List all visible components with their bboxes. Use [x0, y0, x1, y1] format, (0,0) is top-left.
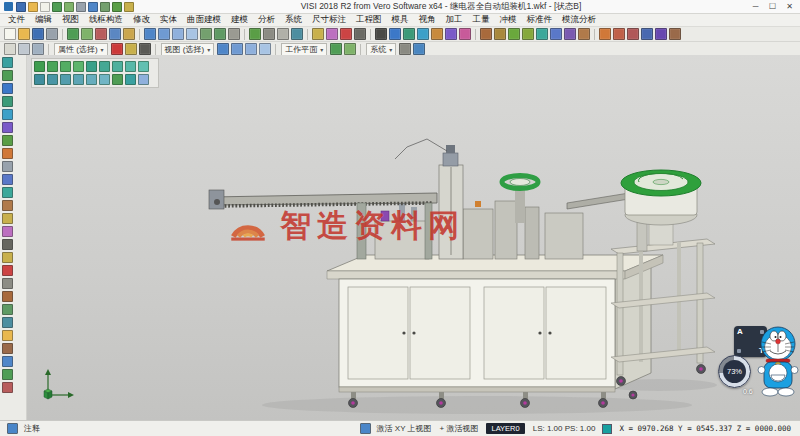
system-dropdown[interactable]: 系统▾ [366, 43, 396, 56]
iso-view-icon[interactable] [217, 43, 229, 55]
pen-style-icon[interactable] [139, 43, 151, 55]
menu-item[interactable]: 建模 [226, 14, 253, 26]
new-file-icon[interactable] [4, 28, 16, 40]
quick-open-icon[interactable] [28, 2, 38, 12]
rotate-view-icon[interactable] [214, 28, 226, 40]
plane-3pt-icon[interactable] [73, 74, 84, 85]
menu-item[interactable]: 视图 [57, 14, 84, 26]
menu-item[interactable]: 冲模 [495, 14, 522, 26]
circle-tool-icon[interactable] [2, 109, 13, 120]
mesh-tool-icon[interactable] [2, 161, 13, 172]
select-tool-icon[interactable] [2, 57, 13, 68]
snap-perp-icon[interactable] [99, 61, 110, 72]
point-icon[interactable] [375, 28, 387, 40]
menu-item[interactable]: 实体 [155, 14, 182, 26]
snap-near-icon[interactable] [125, 61, 136, 72]
rectangle-icon[interactable] [431, 28, 443, 40]
hidden-line-icon[interactable] [277, 28, 289, 40]
perspective-icon[interactable] [291, 28, 303, 40]
snap-intersect-icon[interactable] [86, 61, 97, 72]
plane-xz-icon[interactable] [47, 74, 58, 85]
mirror-icon[interactable] [536, 28, 548, 40]
mirror-tool-icon[interactable] [2, 187, 13, 198]
view-select-dropdown[interactable]: 视图 (选择)▾ [161, 43, 215, 56]
plane-tool-icon[interactable] [2, 356, 13, 367]
chamfer-icon[interactable] [522, 28, 534, 40]
camera-tool-icon[interactable] [2, 317, 13, 328]
quick-redo-icon[interactable] [64, 2, 74, 12]
menu-item[interactable]: 视角 [414, 14, 441, 26]
menu-item[interactable]: 模具 [387, 14, 414, 26]
transform-tool-icon[interactable] [2, 174, 13, 185]
point-tool-icon[interactable] [2, 70, 13, 81]
workplane-new-icon[interactable] [344, 43, 356, 55]
quick-save-icon[interactable] [16, 2, 26, 12]
layer-manager-icon[interactable] [312, 28, 324, 40]
pattern-tool-icon[interactable] [2, 200, 13, 211]
fillet-icon[interactable] [508, 28, 520, 40]
boolean-subtract-icon[interactable] [655, 28, 667, 40]
spline-icon[interactable] [459, 28, 471, 40]
quick-layer-icon[interactable] [124, 2, 134, 12]
snap-center-icon[interactable] [73, 61, 84, 72]
maximize-button[interactable]: ☐ [764, 2, 781, 11]
workplane-dropdown[interactable]: 工作平面▾ [281, 43, 327, 56]
delete-tool-icon[interactable] [2, 382, 13, 393]
snap-tangent-icon[interactable] [112, 61, 123, 72]
rotate-icon[interactable] [564, 28, 576, 40]
help-icon[interactable] [413, 43, 425, 55]
color-tool-icon[interactable] [2, 265, 13, 276]
previous-view-icon[interactable] [228, 28, 240, 40]
menu-item[interactable]: 修改 [128, 14, 155, 26]
refresh-icon[interactable] [125, 74, 136, 85]
extend-icon[interactable] [494, 28, 506, 40]
color-swatch-icon[interactable] [111, 43, 123, 55]
plane-normal-icon[interactable] [99, 74, 110, 85]
solid-tool-icon[interactable] [2, 148, 13, 159]
plane-view-icon[interactable] [86, 74, 97, 85]
wireframe-mode-icon[interactable] [263, 28, 275, 40]
axis-tool-icon[interactable] [2, 369, 13, 380]
info-icon[interactable] [138, 74, 149, 85]
cut-icon[interactable] [95, 28, 107, 40]
circle-icon[interactable] [417, 28, 429, 40]
section-tool-icon[interactable] [2, 291, 13, 302]
attributes-icon[interactable] [326, 28, 338, 40]
menu-item[interactable]: 标准件 [522, 14, 558, 26]
current-color-swatch[interactable] [602, 424, 612, 434]
undo-icon[interactable] [67, 28, 79, 40]
text-tool-icon[interactable] [2, 239, 13, 250]
menu-item[interactable]: 工程图 [351, 14, 387, 26]
print-icon[interactable] [46, 28, 58, 40]
zoom-fit-icon[interactable] [186, 28, 198, 40]
spline-tool-icon[interactable] [2, 122, 13, 133]
menu-item[interactable]: 分析 [253, 14, 280, 26]
select-icon[interactable] [4, 43, 16, 55]
line-tool-icon[interactable] [2, 83, 13, 94]
minimize-button[interactable]: ─ [747, 2, 764, 11]
arc-tool-icon[interactable] [2, 96, 13, 107]
menu-item[interactable]: 编辑 [30, 14, 57, 26]
select-window-icon[interactable] [18, 43, 30, 55]
render-tool-icon[interactable] [2, 304, 13, 315]
material-tool-icon[interactable] [2, 343, 13, 354]
menu-item[interactable]: 加工 [441, 14, 468, 26]
line-icon[interactable] [389, 28, 401, 40]
menu-item[interactable]: 工量 [468, 14, 495, 26]
progress-ring[interactable]: 73% [718, 355, 751, 388]
quick-print-icon[interactable] [76, 2, 86, 12]
active-layer-badge[interactable]: LAYER0 [486, 423, 524, 434]
zoom-window-icon[interactable] [172, 28, 184, 40]
line-type-icon[interactable] [354, 28, 366, 40]
plane-yz-icon[interactable] [60, 74, 71, 85]
paste-icon[interactable] [123, 28, 135, 40]
close-button[interactable]: ✕ [781, 2, 798, 11]
prompt-icon[interactable] [7, 423, 18, 434]
menu-item[interactable]: 文件 [3, 14, 30, 26]
scale-icon[interactable] [578, 28, 590, 40]
snap-node-icon[interactable] [138, 61, 149, 72]
color-icon[interactable] [340, 28, 352, 40]
trim-icon[interactable] [480, 28, 492, 40]
view-cube-icon[interactable] [360, 423, 371, 434]
snap-mid-icon[interactable] [60, 61, 71, 72]
